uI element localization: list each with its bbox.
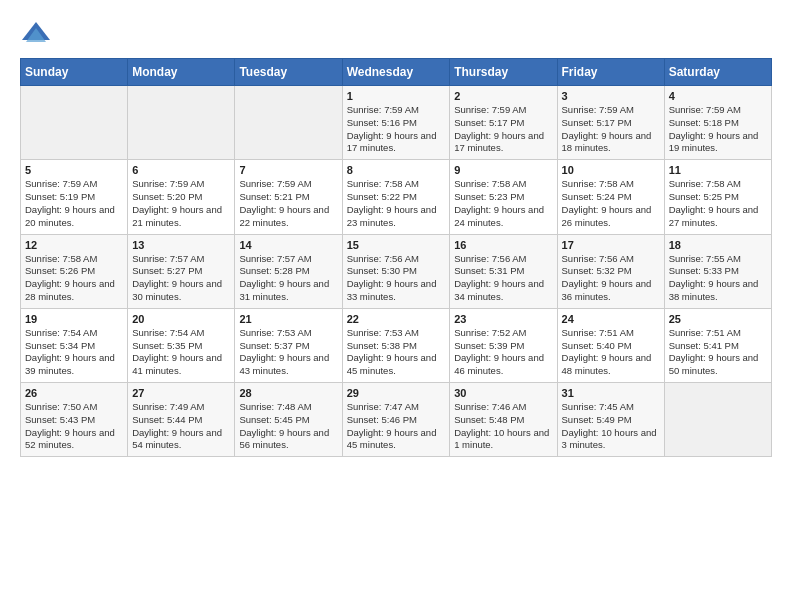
- calendar-cell: 22Sunrise: 7:53 AM Sunset: 5:38 PM Dayli…: [342, 308, 450, 382]
- page-header: [20, 20, 772, 48]
- day-number: 28: [239, 387, 337, 399]
- day-info: Sunrise: 7:57 AM Sunset: 5:28 PM Dayligh…: [239, 253, 337, 304]
- day-info: Sunrise: 7:58 AM Sunset: 5:25 PM Dayligh…: [669, 178, 767, 229]
- calendar-page: SundayMondayTuesdayWednesdayThursdayFrid…: [0, 0, 792, 467]
- calendar-cell: [664, 383, 771, 457]
- day-number: 4: [669, 90, 767, 102]
- day-info: Sunrise: 7:58 AM Sunset: 5:26 PM Dayligh…: [25, 253, 123, 304]
- calendar-cell: 12Sunrise: 7:58 AM Sunset: 5:26 PM Dayli…: [21, 234, 128, 308]
- calendar-week-row: 12Sunrise: 7:58 AM Sunset: 5:26 PM Dayli…: [21, 234, 772, 308]
- calendar-table: SundayMondayTuesdayWednesdayThursdayFrid…: [20, 58, 772, 457]
- day-number: 11: [669, 164, 767, 176]
- day-info: Sunrise: 7:59 AM Sunset: 5:17 PM Dayligh…: [454, 104, 552, 155]
- day-info: Sunrise: 7:59 AM Sunset: 5:19 PM Dayligh…: [25, 178, 123, 229]
- day-info: Sunrise: 7:59 AM Sunset: 5:20 PM Dayligh…: [132, 178, 230, 229]
- day-info: Sunrise: 7:49 AM Sunset: 5:44 PM Dayligh…: [132, 401, 230, 452]
- weekday-header: Tuesday: [235, 59, 342, 86]
- calendar-cell: 30Sunrise: 7:46 AM Sunset: 5:48 PM Dayli…: [450, 383, 557, 457]
- day-info: Sunrise: 7:59 AM Sunset: 5:17 PM Dayligh…: [562, 104, 660, 155]
- day-info: Sunrise: 7:48 AM Sunset: 5:45 PM Dayligh…: [239, 401, 337, 452]
- calendar-cell: 26Sunrise: 7:50 AM Sunset: 5:43 PM Dayli…: [21, 383, 128, 457]
- calendar-week-row: 19Sunrise: 7:54 AM Sunset: 5:34 PM Dayli…: [21, 308, 772, 382]
- calendar-cell: 19Sunrise: 7:54 AM Sunset: 5:34 PM Dayli…: [21, 308, 128, 382]
- day-number: 26: [25, 387, 123, 399]
- day-number: 22: [347, 313, 446, 325]
- calendar-cell: 25Sunrise: 7:51 AM Sunset: 5:41 PM Dayli…: [664, 308, 771, 382]
- weekday-header: Thursday: [450, 59, 557, 86]
- day-number: 15: [347, 239, 446, 251]
- day-info: Sunrise: 7:57 AM Sunset: 5:27 PM Dayligh…: [132, 253, 230, 304]
- day-info: Sunrise: 7:53 AM Sunset: 5:38 PM Dayligh…: [347, 327, 446, 378]
- day-info: Sunrise: 7:47 AM Sunset: 5:46 PM Dayligh…: [347, 401, 446, 452]
- day-number: 23: [454, 313, 552, 325]
- calendar-cell: 3Sunrise: 7:59 AM Sunset: 5:17 PM Daylig…: [557, 86, 664, 160]
- day-info: Sunrise: 7:54 AM Sunset: 5:35 PM Dayligh…: [132, 327, 230, 378]
- day-number: 13: [132, 239, 230, 251]
- calendar-cell: 7Sunrise: 7:59 AM Sunset: 5:21 PM Daylig…: [235, 160, 342, 234]
- day-number: 3: [562, 90, 660, 102]
- day-info: Sunrise: 7:50 AM Sunset: 5:43 PM Dayligh…: [25, 401, 123, 452]
- calendar-cell: 1Sunrise: 7:59 AM Sunset: 5:16 PM Daylig…: [342, 86, 450, 160]
- weekday-header: Saturday: [664, 59, 771, 86]
- day-info: Sunrise: 7:56 AM Sunset: 5:30 PM Dayligh…: [347, 253, 446, 304]
- day-info: Sunrise: 7:55 AM Sunset: 5:33 PM Dayligh…: [669, 253, 767, 304]
- day-info: Sunrise: 7:59 AM Sunset: 5:18 PM Dayligh…: [669, 104, 767, 155]
- calendar-cell: 10Sunrise: 7:58 AM Sunset: 5:24 PM Dayli…: [557, 160, 664, 234]
- day-info: Sunrise: 7:58 AM Sunset: 5:22 PM Dayligh…: [347, 178, 446, 229]
- day-number: 18: [669, 239, 767, 251]
- day-number: 5: [25, 164, 123, 176]
- day-number: 7: [239, 164, 337, 176]
- calendar-cell: 21Sunrise: 7:53 AM Sunset: 5:37 PM Dayli…: [235, 308, 342, 382]
- day-number: 27: [132, 387, 230, 399]
- calendar-header-row: SundayMondayTuesdayWednesdayThursdayFrid…: [21, 59, 772, 86]
- day-info: Sunrise: 7:54 AM Sunset: 5:34 PM Dayligh…: [25, 327, 123, 378]
- calendar-week-row: 26Sunrise: 7:50 AM Sunset: 5:43 PM Dayli…: [21, 383, 772, 457]
- calendar-cell: 14Sunrise: 7:57 AM Sunset: 5:28 PM Dayli…: [235, 234, 342, 308]
- day-info: Sunrise: 7:51 AM Sunset: 5:40 PM Dayligh…: [562, 327, 660, 378]
- calendar-cell: 9Sunrise: 7:58 AM Sunset: 5:23 PM Daylig…: [450, 160, 557, 234]
- day-info: Sunrise: 7:51 AM Sunset: 5:41 PM Dayligh…: [669, 327, 767, 378]
- day-number: 25: [669, 313, 767, 325]
- calendar-cell: 13Sunrise: 7:57 AM Sunset: 5:27 PM Dayli…: [128, 234, 235, 308]
- calendar-cell: 2Sunrise: 7:59 AM Sunset: 5:17 PM Daylig…: [450, 86, 557, 160]
- calendar-cell: [128, 86, 235, 160]
- calendar-cell: 4Sunrise: 7:59 AM Sunset: 5:18 PM Daylig…: [664, 86, 771, 160]
- day-number: 9: [454, 164, 552, 176]
- calendar-cell: 17Sunrise: 7:56 AM Sunset: 5:32 PM Dayli…: [557, 234, 664, 308]
- day-number: 1: [347, 90, 446, 102]
- day-info: Sunrise: 7:59 AM Sunset: 5:21 PM Dayligh…: [239, 178, 337, 229]
- calendar-cell: [21, 86, 128, 160]
- weekday-header: Sunday: [21, 59, 128, 86]
- calendar-cell: 15Sunrise: 7:56 AM Sunset: 5:30 PM Dayli…: [342, 234, 450, 308]
- day-number: 16: [454, 239, 552, 251]
- day-info: Sunrise: 7:52 AM Sunset: 5:39 PM Dayligh…: [454, 327, 552, 378]
- day-number: 29: [347, 387, 446, 399]
- day-info: Sunrise: 7:58 AM Sunset: 5:24 PM Dayligh…: [562, 178, 660, 229]
- logo: [20, 20, 56, 48]
- calendar-week-row: 5Sunrise: 7:59 AM Sunset: 5:19 PM Daylig…: [21, 160, 772, 234]
- day-number: 20: [132, 313, 230, 325]
- calendar-cell: 27Sunrise: 7:49 AM Sunset: 5:44 PM Dayli…: [128, 383, 235, 457]
- weekday-header: Wednesday: [342, 59, 450, 86]
- calendar-cell: 20Sunrise: 7:54 AM Sunset: 5:35 PM Dayli…: [128, 308, 235, 382]
- day-number: 12: [25, 239, 123, 251]
- weekday-header: Monday: [128, 59, 235, 86]
- calendar-cell: 24Sunrise: 7:51 AM Sunset: 5:40 PM Dayli…: [557, 308, 664, 382]
- day-number: 14: [239, 239, 337, 251]
- calendar-cell: 18Sunrise: 7:55 AM Sunset: 5:33 PM Dayli…: [664, 234, 771, 308]
- day-number: 19: [25, 313, 123, 325]
- day-info: Sunrise: 7:56 AM Sunset: 5:31 PM Dayligh…: [454, 253, 552, 304]
- day-number: 2: [454, 90, 552, 102]
- logo-icon: [20, 20, 52, 48]
- calendar-cell: 23Sunrise: 7:52 AM Sunset: 5:39 PM Dayli…: [450, 308, 557, 382]
- day-number: 21: [239, 313, 337, 325]
- calendar-cell: 6Sunrise: 7:59 AM Sunset: 5:20 PM Daylig…: [128, 160, 235, 234]
- calendar-cell: 31Sunrise: 7:45 AM Sunset: 5:49 PM Dayli…: [557, 383, 664, 457]
- day-number: 17: [562, 239, 660, 251]
- day-info: Sunrise: 7:45 AM Sunset: 5:49 PM Dayligh…: [562, 401, 660, 452]
- day-info: Sunrise: 7:46 AM Sunset: 5:48 PM Dayligh…: [454, 401, 552, 452]
- day-info: Sunrise: 7:59 AM Sunset: 5:16 PM Dayligh…: [347, 104, 446, 155]
- calendar-cell: 5Sunrise: 7:59 AM Sunset: 5:19 PM Daylig…: [21, 160, 128, 234]
- calendar-cell: 11Sunrise: 7:58 AM Sunset: 5:25 PM Dayli…: [664, 160, 771, 234]
- calendar-cell: 29Sunrise: 7:47 AM Sunset: 5:46 PM Dayli…: [342, 383, 450, 457]
